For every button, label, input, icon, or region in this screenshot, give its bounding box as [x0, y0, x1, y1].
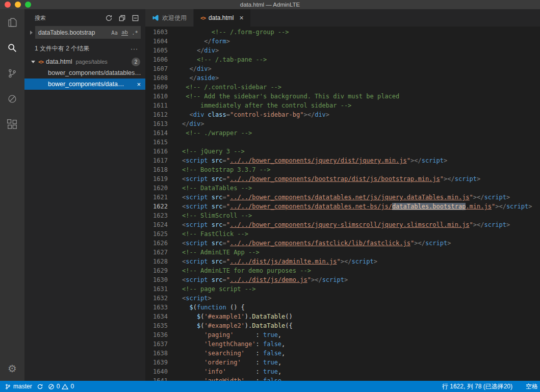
window-close-button[interactable] — [5, 2, 11, 8]
activity-item-explorer[interactable] — [0, 10, 24, 35]
line-number[interactable]: 1615 — [145, 138, 168, 147]
line-number[interactable]: 1608 — [145, 73, 168, 83]
activity-item-source-control[interactable] — [0, 61, 24, 86]
code-line[interactable]: 1618<!-- Bootstrap 3.3.7 --> — [145, 165, 540, 174]
line-number[interactable]: 1606 — [145, 55, 168, 64]
line-number[interactable]: 1640 — [145, 367, 168, 376]
line-number[interactable]: 1630 — [145, 275, 168, 284]
sync-button[interactable] — [37, 383, 43, 390]
dismiss-match-icon[interactable]: × — [137, 81, 141, 88]
indentation-setting[interactable]: 空格 — [526, 382, 538, 391]
line-number[interactable]: 1605 — [145, 46, 168, 55]
refresh-icon[interactable] — [105, 14, 113, 22]
line-number[interactable]: 1637 — [145, 339, 168, 349]
activity-item-debug[interactable] — [0, 87, 24, 111]
window-zoom-button[interactable] — [25, 2, 31, 8]
line-number[interactable]: 1628 — [145, 257, 168, 266]
code-line[interactable]: 1607 </div> — [145, 64, 540, 73]
line-number[interactable]: 1607 — [145, 64, 168, 73]
line-number[interactable]: 1623 — [145, 211, 168, 220]
code-line[interactable]: 1622<script src="../../bower_components/… — [145, 202, 540, 211]
code-line[interactable]: 1620<!-- DataTables --> — [145, 184, 540, 193]
toggle-replace-chevron-icon[interactable] — [30, 31, 33, 35]
code-line[interactable]: 1608 </aside> — [145, 73, 540, 83]
line-number[interactable]: 1626 — [145, 239, 168, 248]
code-line[interactable]: 1603 <!-- /.form-group --> — [145, 28, 540, 37]
code-line[interactable]: 1624<script src="../../bower_components/… — [145, 220, 540, 229]
line-number[interactable]: 1612 — [145, 110, 168, 119]
line-number[interactable]: 1633 — [145, 303, 168, 312]
code-line[interactable]: 1617<script src="../../bower_components/… — [145, 156, 540, 165]
activity-item-settings[interactable]: ⚙ — [0, 356, 24, 381]
line-number[interactable]: 1614 — [145, 128, 168, 138]
line-number[interactable]: 1610 — [145, 92, 168, 101]
code-line[interactable]: 1610 <!-- Add the sidebar's background. … — [145, 92, 540, 101]
code-line[interactable]: 1606 <!-- /.tab-pane --> — [145, 55, 540, 64]
line-number[interactable]: 1641 — [145, 376, 168, 381]
line-number[interactable]: 1625 — [145, 229, 168, 239]
code-line[interactable]: 1615 — [145, 138, 540, 147]
code-line[interactable]: 1626<script src="../../bower_components/… — [145, 239, 540, 248]
line-number[interactable]: 1621 — [145, 193, 168, 202]
code-line[interactable]: 1631<!-- page script --> — [145, 284, 540, 294]
code-line[interactable]: 1634 $('#example1').DataTable() — [145, 312, 540, 321]
file-result-row[interactable]: <> data.html pages/tables 2 — [24, 56, 145, 67]
code-line[interactable]: 1619<script src="../../bower_components/… — [145, 174, 540, 184]
code-line[interactable]: 1609 <!-- /.control-sidebar --> — [145, 83, 540, 92]
activity-item-extensions[interactable] — [0, 112, 24, 137]
code-line[interactable]: 1605 </div> — [145, 46, 540, 55]
line-number[interactable]: 1638 — [145, 349, 168, 358]
code-line[interactable]: 1613</div> — [145, 119, 540, 128]
code-line[interactable]: 1611 immediately after the control sideb… — [145, 101, 540, 110]
line-number[interactable]: 1611 — [145, 101, 168, 110]
tab-welcome[interactable]: 欢迎使用 — [145, 9, 194, 27]
line-number[interactable]: 1609 — [145, 83, 168, 92]
code-line[interactable]: 1637 'lengthChange': false, — [145, 339, 540, 349]
clear-results-icon[interactable] — [118, 14, 126, 22]
match-case-button[interactable]: Aa — [110, 27, 119, 38]
code-line[interactable]: 1639 'ordering' : true, — [145, 358, 540, 367]
tab-data-html[interactable]: <> data.html × — [194, 9, 250, 27]
line-number[interactable]: 1604 — [145, 37, 168, 46]
code-line[interactable]: 1640 'info' : true, — [145, 367, 540, 376]
line-number[interactable]: 1619 — [145, 174, 168, 184]
collapse-all-icon[interactable] — [132, 14, 139, 22]
code-line[interactable]: 1635 $('#example2').DataTable({ — [145, 321, 540, 330]
code-line[interactable]: 1633 $(function () { — [145, 303, 540, 312]
search-match-row[interactable]: bower_components/data… × — [24, 79, 145, 90]
line-number[interactable]: 1631 — [145, 284, 168, 294]
code-line[interactable]: 1630<script src="../../dist/js/demo.js">… — [145, 275, 540, 284]
line-number[interactable]: 1632 — [145, 294, 168, 303]
line-number[interactable]: 1622 — [145, 202, 168, 211]
activity-item-search[interactable] — [0, 36, 24, 60]
line-number[interactable]: 1624 — [145, 220, 168, 229]
code-line[interactable]: 1636 'paging' : true, — [145, 330, 540, 339]
window-minimize-button[interactable] — [15, 2, 21, 8]
search-match-row[interactable]: bower_components/datatables… — [24, 67, 145, 79]
code-line[interactable]: 1628<script src="../../dist/js/adminlte.… — [145, 257, 540, 266]
twistie-expanded-icon[interactable] — [31, 61, 35, 63]
code-line[interactable]: 1623<!-- SlimScroll --> — [145, 211, 540, 220]
whole-word-button[interactable]: ab — [120, 27, 130, 38]
code-line[interactable]: 1616<!-- jQuery 3 --> — [145, 147, 540, 156]
line-number[interactable]: 1634 — [145, 312, 168, 321]
line-number[interactable]: 1635 — [145, 321, 168, 330]
line-number[interactable]: 1627 — [145, 248, 168, 257]
code-line[interactable]: 1614 <!-- ./wrapper --> — [145, 128, 540, 138]
code-line[interactable]: 1625<!-- FastClick --> — [145, 229, 540, 239]
code-line[interactable]: 1621<script src="../../bower_components/… — [145, 193, 540, 202]
git-branch-indicator[interactable]: master — [5, 383, 32, 390]
code-line[interactable]: 1627<!-- AdminLTE App --> — [145, 248, 540, 257]
line-number[interactable]: 1603 — [145, 28, 168, 37]
code-line[interactable]: 1641 'autoWidth' : false — [145, 376, 540, 381]
code-line[interactable]: 1632<script> — [145, 294, 540, 303]
regex-button[interactable]: .* — [130, 27, 140, 38]
code-line[interactable]: 1604 </form> — [145, 37, 540, 46]
more-actions-icon[interactable]: ··· — [131, 47, 138, 51]
code-line[interactable]: 1629<!-- AdminLTE for demo purposes --> — [145, 266, 540, 275]
line-number[interactable]: 1616 — [145, 147, 168, 156]
line-number[interactable]: 1639 — [145, 358, 168, 367]
code-line[interactable]: 1638 'searching' : false, — [145, 349, 540, 358]
line-number[interactable]: 1636 — [145, 330, 168, 339]
code-line[interactable]: 1612 <div class="control-sidebar-bg"></d… — [145, 110, 540, 119]
